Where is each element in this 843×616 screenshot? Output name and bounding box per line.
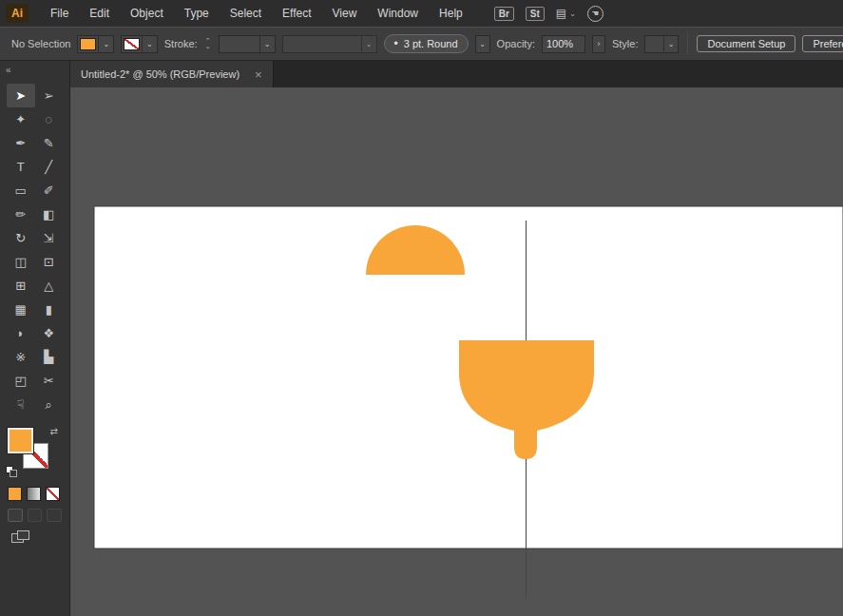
selection-status: No Selection — [11, 38, 70, 49]
gradient-tool[interactable]: ▮ — [35, 298, 64, 321]
line-segment-tool[interactable]: ╱ — [35, 155, 64, 179]
stroke-label: Stroke: — [164, 38, 198, 49]
chevron-down-icon: ⌄ — [361, 36, 376, 52]
fill-color-swatch[interactable] — [8, 428, 33, 453]
width-tool[interactable]: ◫ — [7, 250, 35, 274]
menu-file[interactable]: File — [40, 7, 79, 20]
chevron-down-icon: ⌄ — [569, 10, 576, 18]
default-fill-stroke-icon[interactable] — [6, 466, 19, 477]
selection-tool[interactable]: ➤ — [7, 84, 35, 107]
rotate-tool[interactable]: ↻ — [7, 226, 35, 250]
menu-edit[interactable]: Edit — [79, 7, 120, 20]
draw-behind-button[interactable] — [28, 509, 43, 522]
close-tab-icon[interactable]: × — [255, 67, 262, 82]
menu-window[interactable]: Window — [367, 7, 429, 20]
chevron-down-icon: ⌄ — [142, 36, 157, 52]
touch-workspace-icon[interactable]: ☚ — [587, 6, 604, 22]
slice-tool[interactable]: ✂ — [35, 369, 64, 393]
shape-builder-tool[interactable]: ⊞ — [7, 274, 35, 298]
gradient-button[interactable] — [27, 487, 41, 501]
zoom-tool[interactable]: ⌕ — [35, 393, 64, 416]
document-setup-button[interactable]: Document Setup — [697, 35, 795, 52]
menu-view[interactable]: View — [322, 7, 368, 20]
swap-fill-stroke-icon[interactable]: ⇄ — [50, 426, 58, 436]
menu-type[interactable]: Type — [174, 7, 220, 20]
workspace: « ➤ ➢ ✦ ◌ ✒ ✎ T ╱ ▭ ✐ ✏ ◧ ↻ ⇲ ◫ ⊡ ⊞ △ ▦ … — [0, 61, 843, 616]
chevron-down-icon: ⌄ — [475, 36, 489, 52]
brush-dropdown[interactable]: ⌄ — [475, 35, 490, 53]
free-transform-tool[interactable]: ⊡ — [35, 250, 64, 274]
eyedropper-tool[interactable]: ◗ — [7, 321, 35, 345]
artboard-tool[interactable]: ◰ — [7, 369, 35, 393]
hand-tool[interactable]: ☟ — [7, 393, 35, 416]
direct-selection-tool[interactable]: ➢ — [35, 84, 64, 107]
document-area: Untitled-2* @ 50% (RGB/Preview) × — [70, 61, 843, 616]
opacity-slider-button[interactable]: › — [592, 35, 605, 53]
opacity-input[interactable]: 100% — [542, 35, 585, 53]
chevron-right-icon: › — [597, 39, 600, 48]
control-bar: No Selection ⌄ ⌄ Stroke: ⌃ ⌄ ⌄ ⌄ • 3 pt.… — [0, 27, 843, 61]
brush-preview-icon: • — [394, 37, 398, 50]
stock-button[interactable]: St — [526, 7, 545, 21]
graphic-style-dropdown[interactable]: ⌄ — [644, 35, 679, 53]
chevron-down-icon: ⌄ — [259, 36, 275, 52]
draw-inside-button[interactable] — [47, 509, 62, 522]
type-tool[interactable]: T — [7, 155, 35, 179]
pencil-tool[interactable]: ✏ — [7, 202, 35, 226]
workspace-grid-icon: ▤ — [556, 7, 566, 20]
mesh-tool[interactable]: ▦ — [7, 298, 35, 321]
illustrator-logo-icon: Ai — [6, 4, 29, 23]
column-graph-tool[interactable]: ▙ — [35, 345, 64, 369]
divider — [687, 33, 688, 54]
change-screen-mode-icon[interactable] — [11, 530, 30, 544]
screen-mode-control — [0, 522, 69, 548]
variable-width-profile-dropdown[interactable]: ⌄ — [282, 35, 377, 53]
chevron-down-icon: ⌄ — [663, 36, 679, 52]
arrange-documents-dropdown[interactable]: ▤ ⌄ — [556, 7, 576, 20]
color-button[interactable] — [8, 487, 22, 501]
preferences-button[interactable]: Preferences — [802, 35, 843, 52]
brush-definition-field[interactable]: • 3 pt. Round — [384, 34, 469, 53]
menu-effect[interactable]: Effect — [272, 7, 321, 20]
symbol-sprayer-tool[interactable]: ※ — [7, 345, 35, 369]
bridge-button[interactable]: Br — [494, 7, 514, 21]
curvature-tool[interactable]: ✎ — [35, 131, 64, 155]
stroke-weight-dropdown[interactable]: ⌄ — [219, 35, 276, 53]
magic-wand-tool[interactable]: ✦ — [7, 107, 35, 131]
none-button[interactable] — [46, 487, 60, 501]
document-tab[interactable]: Untitled-2* @ 50% (RGB/Preview) × — [70, 61, 274, 87]
fill-stroke-controls: ⇄ — [6, 426, 64, 479]
opacity-value: 100% — [546, 38, 573, 49]
blend-tool[interactable]: ❖ — [35, 321, 64, 345]
document-tab-title: Untitled-2* @ 50% (RGB/Preview) — [81, 68, 239, 80]
chevron-down-icon: ⌄ — [98, 36, 113, 52]
fill-swatch-icon — [80, 38, 96, 50]
draw-normal-button[interactable] — [8, 509, 23, 522]
eraser-tool[interactable]: ◧ — [35, 202, 64, 226]
brush-name: 3 pt. Round — [404, 38, 458, 49]
canvas-svg — [70, 87, 843, 616]
scale-tool[interactable]: ⇲ — [35, 226, 64, 250]
tools-panel: « ➤ ➢ ✦ ◌ ✒ ✎ T ╱ ▭ ✐ ✏ ◧ ↻ ⇲ ◫ ⊡ ⊞ △ ▦ … — [0, 61, 70, 616]
rectangle-tool[interactable]: ▭ — [7, 179, 35, 202]
paintbrush-tool[interactable]: ✐ — [35, 179, 64, 202]
perspective-grid-tool[interactable]: △ — [35, 274, 64, 298]
style-label: Style: — [612, 38, 639, 49]
stroke-none-swatch-icon — [124, 38, 140, 50]
mini-stroke-icon — [10, 470, 17, 477]
menu-object[interactable]: Object — [120, 7, 174, 20]
stroke-color-dropdown[interactable]: ⌄ — [121, 35, 158, 53]
pen-tool[interactable]: ✒ — [7, 131, 35, 155]
menu-select[interactable]: Select — [220, 7, 272, 20]
color-mode-buttons — [0, 479, 69, 501]
canvas[interactable] — [70, 87, 843, 616]
fill-color-dropdown[interactable]: ⌄ — [77, 35, 114, 53]
menu-help[interactable]: Help — [429, 7, 473, 20]
document-tab-bar: Untitled-2* @ 50% (RGB/Preview) × — [70, 61, 843, 87]
collapse-panel-icon[interactable]: « — [6, 65, 11, 75]
opacity-label: Opacity: — [497, 38, 535, 49]
screen-rect-front — [17, 530, 29, 540]
lasso-tool[interactable]: ◌ — [35, 107, 64, 131]
menu-bar: Ai File Edit Object Type Select Effect V… — [0, 0, 843, 27]
stroke-weight-stepper[interactable]: ⌃ ⌄ — [204, 38, 212, 49]
